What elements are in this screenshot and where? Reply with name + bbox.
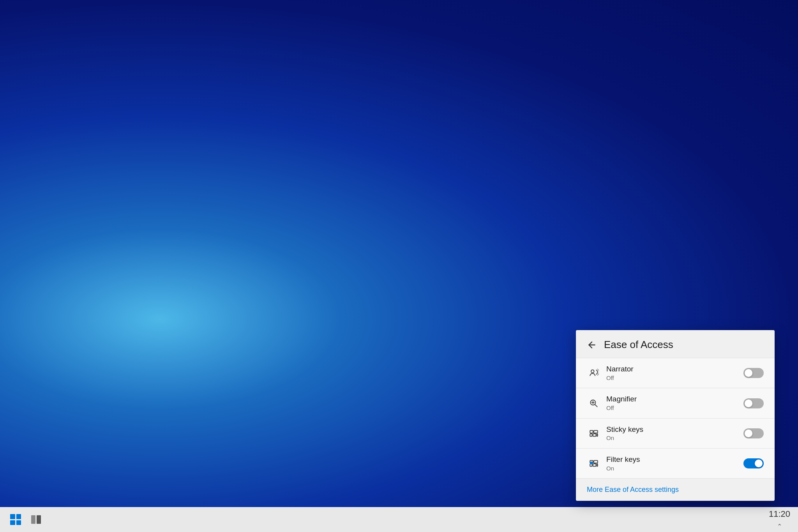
svg-rect-8: [590, 434, 592, 437]
sticky-keys-label: Sticky keys: [606, 425, 738, 435]
task-view-sq-1: [31, 515, 35, 524]
svg-rect-15: [597, 464, 598, 467]
svg-point-1: [591, 370, 594, 373]
filter-keys-text: Filter keys On: [601, 455, 743, 472]
sticky-keys-text: Sticky keys On: [601, 425, 743, 442]
filter-keys-label: Filter keys: [606, 455, 738, 465]
svg-rect-6: [590, 430, 593, 433]
narrator-status: Off: [606, 374, 738, 382]
svg-rect-12: [594, 460, 598, 463]
magnifier-toggle-knob: [745, 399, 752, 407]
narrator-label: Narrator: [606, 364, 738, 374]
task-view-button[interactable]: [28, 512, 44, 527]
taskbar-chevron-icon: ⌃: [777, 523, 782, 530]
filter-keys-toggle-knob: [755, 460, 763, 467]
win-logo-pane-3: [10, 520, 15, 525]
more-settings-link[interactable]: More Ease of Access settings: [576, 479, 775, 501]
svg-rect-9: [593, 434, 596, 437]
narrator-toggle[interactable]: [743, 368, 764, 378]
sticky-keys-icon: [587, 426, 601, 440]
svg-rect-10: [597, 434, 598, 437]
magnifier-toggle[interactable]: [743, 398, 764, 408]
narrator-item[interactable]: Narrator Off: [576, 358, 775, 388]
sticky-keys-item[interactable]: Sticky keys On: [576, 419, 775, 449]
panel-header: Ease of Access: [576, 330, 775, 358]
svg-line-3: [595, 404, 597, 407]
panel-title: Ease of Access: [604, 339, 673, 351]
taskbar-time: 11:20: [769, 509, 790, 519]
svg-rect-14: [593, 464, 596, 467]
magnifier-item[interactable]: Magnifier Off: [576, 388, 775, 418]
svg-point-16: [590, 462, 592, 464]
task-view-icon: [29, 514, 43, 525]
win-logo-pane-1: [10, 514, 15, 519]
filter-keys-item[interactable]: Filter keys On: [576, 449, 775, 479]
win-logo-pane-4: [16, 520, 21, 525]
ease-of-access-panel: Ease of Access Narrator Off: [576, 330, 775, 501]
taskbar-right: 11:20 ⌃: [769, 509, 790, 530]
taskbar: 11:20 ⌃: [0, 507, 798, 532]
sticky-keys-toggle-knob: [745, 429, 752, 437]
filter-keys-icon: [587, 456, 601, 470]
magnifier-status: Off: [606, 404, 738, 412]
magnifier-icon: [587, 396, 601, 410]
narrator-toggle-knob: [745, 369, 752, 377]
sticky-keys-toggle[interactable]: [743, 428, 764, 438]
start-button[interactable]: [8, 512, 23, 527]
task-view-sq-2: [37, 515, 41, 524]
magnifier-text: Magnifier Off: [601, 394, 743, 412]
magnifier-label: Magnifier: [606, 394, 738, 404]
filter-keys-toggle[interactable]: [743, 458, 764, 468]
svg-rect-7: [594, 430, 598, 433]
taskbar-left: [8, 512, 44, 527]
sticky-keys-status: On: [606, 434, 738, 442]
windows-logo-icon: [10, 514, 21, 525]
win-logo-pane-2: [16, 514, 21, 519]
panel-items: Narrator Off Magnif: [576, 358, 775, 479]
desktop: Ease of Access Narrator Off: [0, 0, 798, 532]
narrator-text: Narrator Off: [601, 364, 743, 382]
back-button[interactable]: [587, 340, 597, 350]
narrator-icon: [587, 366, 601, 380]
more-settings-label: More Ease of Access settings: [587, 486, 679, 493]
filter-keys-status: On: [606, 465, 738, 472]
